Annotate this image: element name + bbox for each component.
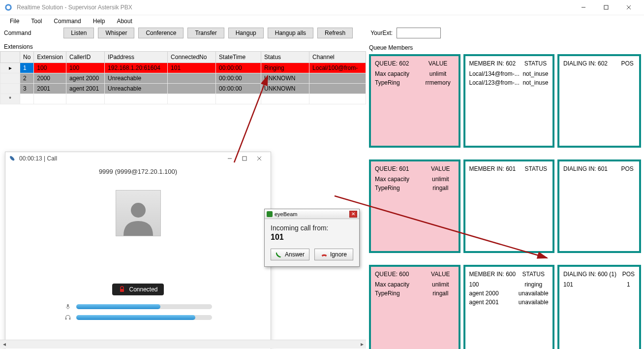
- horizontal-scrollbar[interactable]: ◂ ▸: [0, 340, 366, 348]
- popup-title: eyeBeam: [275, 211, 349, 217]
- status-header: STATUS: [517, 269, 550, 280]
- close-button[interactable]: [617, 0, 640, 15]
- svg-point-10: [131, 203, 146, 218]
- queue-panel: QUEUE: 602VALUE Max capacityunlimit Type…: [369, 54, 460, 148]
- hangup-alls-button[interactable]: Hangup alls: [268, 28, 313, 38]
- queue-members-label: Queue Members: [369, 42, 641, 52]
- eyebeam-icon: [267, 211, 273, 217]
- queue-name: QUEUE: 601: [374, 163, 426, 175]
- menu-about[interactable]: About: [111, 16, 138, 27]
- value-header: VALUE: [426, 163, 455, 175]
- incoming-call-popup: eyeBeam ✕ Incoming call from: 101 Answer…: [264, 209, 360, 267]
- table-row[interactable]: 3 2001 agent 2001 Unreachable 00:00:00 U…: [0, 84, 366, 94]
- col-connectedno[interactable]: ConnectedNo: [168, 52, 216, 63]
- softphone-titlebar[interactable]: 00:00:13 | Call: [5, 152, 271, 165]
- table-row[interactable]: ▸ 1 100 100 192.168.1.20:61604 101 00:00…: [0, 63, 366, 73]
- app-icon: [4, 3, 13, 12]
- listen-button[interactable]: Listen: [63, 28, 94, 38]
- popup-titlebar[interactable]: eyeBeam ✕: [265, 209, 359, 219]
- row-selector-icon[interactable]: ▸: [0, 63, 20, 73]
- svg-rect-12: [67, 304, 69, 307]
- pos-header: POS: [621, 269, 636, 280]
- col-channel[interactable]: Channel: [309, 52, 366, 63]
- member-panel: MEMBER IN: 601STATUS: [463, 159, 555, 253]
- minimize-button[interactable]: [572, 0, 595, 15]
- command-label: Command: [4, 30, 31, 36]
- col-statetime[interactable]: StateTime: [216, 52, 261, 63]
- hangup-button[interactable]: Hangup: [228, 28, 264, 38]
- incoming-call-label: Incoming call from:: [271, 224, 353, 232]
- speaker-slider[interactable]: [64, 314, 212, 321]
- pos-header: POS: [618, 58, 636, 69]
- svg-rect-3: [604, 5, 608, 9]
- mic-slider[interactable]: [64, 303, 212, 310]
- svg-point-1: [6, 5, 10, 9]
- svg-rect-11: [120, 289, 124, 292]
- status-text: Connected: [129, 286, 157, 293]
- scroll-right-icon[interactable]: ▸: [358, 340, 366, 349]
- member-panel: MEMBER IN: 600STATUS100ringingagent 2000…: [463, 265, 555, 349]
- svg-rect-7: [243, 157, 246, 160]
- value-header: VALUE: [421, 58, 456, 69]
- refresh-button[interactable]: Refresh: [317, 28, 353, 38]
- dialing-name: DIALING IN: 600 (1): [562, 269, 621, 280]
- menu-tool[interactable]: Tool: [25, 16, 48, 27]
- status-badge: Connected: [112, 284, 163, 295]
- phone-ignore-icon: [321, 251, 328, 258]
- value-header: VALUE: [426, 269, 455, 280]
- extensions-label: Extensions: [0, 41, 366, 51]
- status-header: STATUS: [522, 163, 550, 175]
- pos-header: POS: [618, 163, 636, 175]
- menu-command[interactable]: Command: [48, 16, 87, 27]
- extensions-table[interactable]: No Extension CallerID IPaddress Connecte…: [0, 51, 366, 104]
- answer-button[interactable]: Answer: [271, 249, 309, 260]
- phone-answer-icon: [276, 251, 282, 258]
- queue-name: QUEUE: 602: [374, 58, 421, 69]
- dialing-name: DIALING IN: 602: [562, 58, 618, 69]
- popup-close-button[interactable]: ✕: [349, 211, 357, 218]
- status-header: STATUS: [521, 58, 550, 69]
- softphone-app-icon: [9, 155, 16, 162]
- queue-name: QUEUE: 600: [374, 269, 426, 280]
- command-toolbar: Command Listen Whisper Conference Transf…: [0, 27, 644, 41]
- dialing-panel: DIALING IN: 601POS: [557, 159, 641, 253]
- conference-button[interactable]: Conference: [138, 28, 184, 38]
- member-name: MEMBER IN: 602: [468, 58, 521, 69]
- ignore-button[interactable]: Ignore: [314, 249, 353, 260]
- col-status[interactable]: Status: [261, 52, 309, 63]
- yourext-label: YourExt:: [370, 30, 393, 36]
- softphone-caller: 9999 (9999@172.20.1.100): [10, 167, 266, 190]
- col-extension[interactable]: Extension: [34, 52, 66, 63]
- yourext-input[interactable]: [397, 28, 441, 38]
- softphone-close-button[interactable]: [252, 152, 267, 165]
- menu-file[interactable]: File: [4, 16, 25, 27]
- softphone-title: 00:00:13 | Call: [19, 155, 222, 162]
- menubar: File Tool Command Help About: [0, 15, 644, 27]
- table-row-new[interactable]: *: [0, 94, 366, 104]
- menu-help[interactable]: Help: [87, 16, 111, 27]
- col-ipaddress[interactable]: IPaddress: [105, 52, 168, 63]
- transfer-button[interactable]: Transfer: [187, 28, 224, 38]
- svg-rect-14: [69, 318, 70, 320]
- member-name: MEMBER IN: 601: [468, 163, 522, 175]
- avatar: [116, 190, 161, 236]
- window-title: Realtime Solution - Supervisor Astersik …: [17, 4, 572, 11]
- queue-panel: QUEUE: 601VALUE Max capacityunlimit Type…: [369, 159, 460, 253]
- member-panel: MEMBER IN: 602STATUSLocal/134@from-...no…: [463, 54, 555, 148]
- row-header-marker: [0, 52, 20, 63]
- lock-icon: [118, 286, 126, 293]
- softphone-window: 00:00:13 | Call 9999 (9999@172.20.1.100)…: [5, 152, 271, 349]
- maximize-button[interactable]: [595, 0, 617, 15]
- col-no[interactable]: No: [20, 52, 34, 63]
- table-row[interactable]: 2 2000 agent 2000 Unreachable 00:00:00 U…: [0, 73, 366, 84]
- dialing-name: DIALING IN: 601: [562, 163, 618, 175]
- whisper-button[interactable]: Whisper: [98, 28, 134, 38]
- softphone-minimize-button[interactable]: [222, 152, 237, 165]
- scroll-left-icon[interactable]: ◂: [0, 340, 8, 349]
- dialing-panel: DIALING IN: 602POS: [557, 54, 641, 148]
- col-callerid[interactable]: CallerID: [66, 52, 105, 63]
- microphone-icon: [64, 303, 71, 310]
- incoming-call-number: 101: [271, 233, 353, 242]
- softphone-maximize-button[interactable]: [237, 152, 252, 165]
- headphones-icon: [64, 314, 71, 321]
